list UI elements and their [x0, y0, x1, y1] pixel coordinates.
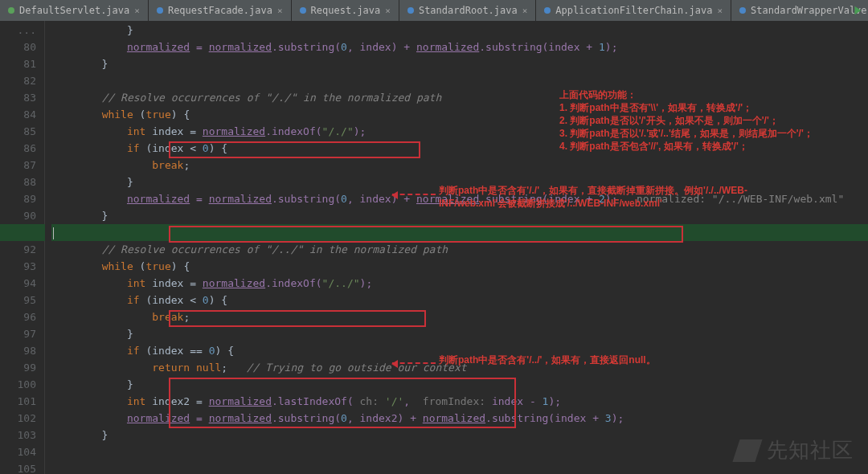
- code-line-91[interactable]: }: [51, 207, 868, 224]
- tab-label: ApplicationFilterChain.java: [555, 5, 712, 16]
- close-tab-icon[interactable]: ×: [522, 6, 528, 16]
- line-number: 85: [0, 123, 36, 140]
- code-line-82[interactable]: }: [51, 55, 868, 72]
- code-line-98[interactable]: }: [51, 325, 868, 342]
- line-number: 101: [0, 393, 36, 410]
- code-line-93[interactable]: // Resolve occurrences of "/../" in the …: [51, 241, 868, 258]
- code-line-96[interactable]: if (index < 0) {: [51, 292, 868, 309]
- editor-tab-0[interactable]: DefaultServlet.java×: [0, 0, 149, 21]
- line-number: 98: [0, 342, 36, 359]
- code-editor[interactable]: ... 808182838485868788899091929394959697…: [0, 21, 868, 474]
- code-line-90[interactable]: normalized = normalized.substring(0, ind…: [51, 190, 868, 207]
- line-number: 103: [0, 427, 36, 443]
- code-line-99[interactable]: if (index == 0) {: [51, 342, 868, 359]
- line-number: 92: [0, 241, 36, 258]
- line-number: 82: [0, 72, 36, 89]
- tab-label: DefaultServlet.java: [19, 5, 129, 16]
- code-line-95[interactable]: int index = normalized.indexOf("/../");: [51, 275, 868, 292]
- java-file-icon: [8, 7, 14, 14]
- code-line-89[interactable]: }: [51, 174, 868, 190]
- line-number: 97: [0, 325, 36, 342]
- tab-label: RequestFacade.java: [168, 5, 272, 16]
- code-line-88[interactable]: break;: [51, 157, 868, 174]
- line-number: 86: [0, 140, 36, 157]
- code-line-104[interactable]: }: [51, 427, 868, 443]
- tab-label: Request.java: [311, 5, 381, 16]
- code-line-81[interactable]: normalized = normalized.substring(0, ind…: [51, 39, 868, 55]
- line-number: 96: [0, 309, 36, 325]
- line-number: 89: [0, 190, 36, 207]
- java-file-icon: [300, 7, 306, 14]
- editor-tab-4[interactable]: ApplicationFilterChain.java×: [536, 0, 731, 21]
- code-line-103[interactable]: normalized = normalized.substring(0, ind…: [51, 410, 868, 427]
- line-number: 81: [0, 55, 36, 72]
- java-file-icon: [407, 7, 414, 14]
- code-line-80[interactable]: }: [51, 22, 868, 39]
- editor-tab-2[interactable]: Request.java×: [292, 0, 399, 21]
- close-tab-icon[interactable]: ×: [277, 6, 283, 16]
- line-number: 83: [0, 89, 36, 106]
- code-line-101[interactable]: }: [51, 376, 868, 393]
- code-line-102[interactable]: int index2 = normalized.lastIndexOf( ch:…: [51, 393, 868, 410]
- line-number: 88: [0, 174, 36, 190]
- java-file-icon: [157, 7, 163, 14]
- line-number: 80: [0, 39, 36, 55]
- line-number: 105: [0, 460, 36, 474]
- code-area[interactable]: } normalized = normalized.substring(0, i…: [45, 21, 868, 474]
- line-number: 94: [0, 275, 36, 292]
- editor-tab-5[interactable]: StandardWrapperValve.java×: [731, 0, 868, 21]
- run-icon: [852, 5, 863, 16]
- code-line-105[interactable]: [51, 443, 868, 460]
- code-line-87[interactable]: if (index < 0) {: [51, 140, 868, 157]
- line-number: 93: [0, 258, 36, 275]
- code-line-84[interactable]: // Resolve occurrences of "/./" in the n…: [51, 89, 868, 106]
- line-number: 87: [0, 157, 36, 174]
- tab-label: StandardRoot.java: [419, 5, 518, 16]
- line-number: 104: [0, 443, 36, 460]
- code-line-92[interactable]: [51, 224, 868, 241]
- line-number-gutter: ... 808182838485868788899091929394959697…: [0, 21, 45, 474]
- code-line-97[interactable]: break;: [51, 309, 868, 325]
- line-number: 90: [0, 207, 36, 224]
- gutter-ellipsis: ...: [0, 22, 36, 39]
- editor-tab-bar: DefaultServlet.java×RequestFacade.java×R…: [0, 0, 868, 21]
- code-line-85[interactable]: while (true) {: [51, 106, 868, 123]
- code-line-83[interactable]: [51, 72, 868, 89]
- run-button[interactable]: [850, 3, 865, 18]
- java-file-icon: [544, 7, 551, 14]
- line-number: 84: [0, 106, 36, 123]
- line-number: 102: [0, 410, 36, 427]
- editor-tab-1[interactable]: RequestFacade.java×: [149, 0, 292, 21]
- java-file-icon: [739, 7, 746, 14]
- close-tab-icon[interactable]: ×: [717, 6, 723, 16]
- line-number: 100: [0, 376, 36, 393]
- close-tab-icon[interactable]: ×: [385, 6, 391, 16]
- code-line-100[interactable]: return null; // Trying to go outside our…: [51, 359, 868, 376]
- close-tab-icon[interactable]: ×: [134, 6, 140, 16]
- code-line-86[interactable]: int index = normalized.indexOf("/./");: [51, 123, 868, 140]
- editor-tab-3[interactable]: StandardRoot.java×: [399, 0, 536, 21]
- code-line-94[interactable]: while (true) {: [51, 258, 868, 275]
- line-number: 99: [0, 359, 36, 376]
- line-number: 95: [0, 292, 36, 309]
